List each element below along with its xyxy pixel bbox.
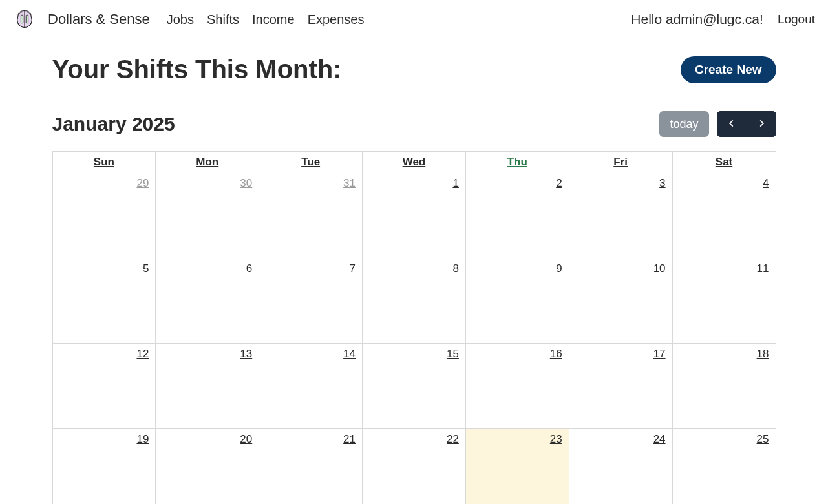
- calendar-day-cell[interactable]: 10: [569, 258, 672, 344]
- calendar-day-cell[interactable]: 18: [672, 344, 776, 429]
- calendar-controls: today: [659, 111, 776, 137]
- calendar-header: January 2025 today: [52, 111, 776, 137]
- chevron-right-icon: [757, 119, 766, 130]
- navbar: Dollars & Sense Jobs Shifts Income Expen…: [0, 0, 828, 39]
- day-number[interactable]: 16: [550, 348, 562, 360]
- calendar-week-row: 12131415161718: [52, 344, 776, 429]
- calendar-day-cell[interactable]: 15: [363, 344, 466, 429]
- brand-logo-icon[interactable]: [13, 8, 36, 31]
- calendar-body: 2930311234567891011121314151617181920212…: [52, 173, 776, 505]
- calendar-day-cell[interactable]: 2: [465, 173, 569, 258]
- calendar-day-cell[interactable]: 24: [569, 429, 672, 505]
- nav-links: Jobs Shifts Income Expenses: [167, 12, 365, 27]
- brand-name[interactable]: Dollars & Sense: [48, 11, 150, 28]
- day-number[interactable]: 14: [343, 348, 356, 360]
- calendar-week-row: 19202122232425: [52, 429, 776, 505]
- next-month-button[interactable]: [747, 111, 776, 137]
- day-number[interactable]: 31: [343, 177, 356, 189]
- chevron-left-icon: [727, 119, 736, 130]
- day-number[interactable]: 30: [240, 177, 252, 189]
- day-header-mon[interactable]: Mon: [156, 152, 259, 173]
- calendar-day-cell[interactable]: 6: [156, 258, 259, 344]
- svg-rect-1: [26, 15, 28, 23]
- day-number[interactable]: 21: [343, 433, 356, 445]
- day-header-sat[interactable]: Sat: [672, 152, 776, 173]
- day-number[interactable]: 2: [556, 177, 562, 189]
- calendar-day-cell[interactable]: 12: [52, 344, 156, 429]
- day-header-fri[interactable]: Fri: [569, 152, 672, 173]
- month-nav-group: [717, 111, 776, 137]
- day-number[interactable]: 18: [757, 348, 769, 360]
- day-header-sun[interactable]: Sun: [52, 152, 156, 173]
- calendar-day-cell[interactable]: 14: [259, 344, 363, 429]
- calendar-day-cell[interactable]: 23: [465, 429, 569, 505]
- day-number[interactable]: 6: [246, 262, 252, 275]
- main-container: Your Shifts This Month: Create New Janua…: [52, 39, 776, 504]
- day-number[interactable]: 10: [653, 262, 666, 275]
- calendar-day-cell[interactable]: 30: [156, 173, 259, 258]
- svg-rect-0: [21, 15, 23, 23]
- calendar-day-cell[interactable]: 3: [569, 173, 672, 258]
- day-number[interactable]: 3: [659, 177, 665, 189]
- day-number[interactable]: 7: [350, 262, 356, 275]
- day-header-thu[interactable]: Thu: [465, 152, 569, 173]
- calendar-day-cell[interactable]: 5: [52, 258, 156, 344]
- greeting-text: Hello admin@lugc.ca!: [631, 12, 763, 27]
- day-number[interactable]: 22: [447, 433, 459, 445]
- create-new-button[interactable]: Create New: [681, 56, 776, 83]
- day-number[interactable]: 19: [136, 433, 149, 445]
- day-header-tue[interactable]: Tue: [259, 152, 363, 173]
- day-number[interactable]: 17: [653, 348, 666, 360]
- day-number[interactable]: 24: [653, 433, 666, 445]
- day-number[interactable]: 1: [452, 177, 458, 189]
- day-number[interactable]: 20: [240, 433, 252, 445]
- calendar-day-cell[interactable]: 25: [672, 429, 776, 505]
- calendar-day-cell[interactable]: 22: [363, 429, 466, 505]
- calendar-day-cell[interactable]: 20: [156, 429, 259, 505]
- calendar-day-cell[interactable]: 19: [52, 429, 156, 505]
- day-number[interactable]: 4: [763, 177, 769, 189]
- calendar-day-cell[interactable]: 31: [259, 173, 363, 258]
- nav-right: Hello admin@lugc.ca! Logout: [631, 12, 815, 27]
- day-number[interactable]: 9: [556, 262, 562, 275]
- prev-month-button[interactable]: [717, 111, 747, 137]
- page-title: Your Shifts This Month:: [52, 55, 342, 84]
- calendar-day-cell[interactable]: 1: [363, 173, 466, 258]
- nav-income[interactable]: Income: [252, 12, 295, 27]
- month-label: January 2025: [52, 113, 175, 135]
- logout-link[interactable]: Logout: [778, 12, 815, 26]
- day-number[interactable]: 5: [143, 262, 149, 275]
- calendar-head: SunMonTueWedThuFriSat: [52, 152, 776, 173]
- today-button[interactable]: today: [659, 111, 708, 137]
- day-number[interactable]: 13: [240, 348, 252, 360]
- day-number[interactable]: 29: [136, 177, 149, 189]
- page-header: Your Shifts This Month: Create New: [52, 55, 776, 84]
- day-number[interactable]: 8: [452, 262, 458, 275]
- day-number[interactable]: 11: [757, 262, 769, 275]
- calendar-day-cell[interactable]: 11: [672, 258, 776, 344]
- calendar-day-cell[interactable]: 16: [465, 344, 569, 429]
- day-number[interactable]: 12: [136, 348, 149, 360]
- calendar-day-cell[interactable]: 8: [363, 258, 466, 344]
- calendar-day-cell[interactable]: 13: [156, 344, 259, 429]
- day-number[interactable]: 25: [757, 433, 769, 445]
- day-header-wed[interactable]: Wed: [363, 152, 466, 173]
- calendar-day-cell[interactable]: 7: [259, 258, 363, 344]
- day-number[interactable]: 23: [550, 433, 562, 445]
- calendar-day-cell[interactable]: 17: [569, 344, 672, 429]
- nav-jobs[interactable]: Jobs: [167, 12, 194, 27]
- nav-expenses[interactable]: Expenses: [308, 12, 365, 27]
- calendar-week-row: 567891011: [52, 258, 776, 344]
- calendar-day-cell[interactable]: 9: [465, 258, 569, 344]
- calendar-grid: SunMonTueWedThuFriSat 293031123456789101…: [52, 151, 776, 504]
- calendar-week-row: 2930311234: [52, 173, 776, 258]
- day-number[interactable]: 15: [447, 348, 459, 360]
- nav-shifts[interactable]: Shifts: [207, 12, 239, 27]
- calendar-day-cell[interactable]: 4: [672, 173, 776, 258]
- calendar-day-cell[interactable]: 21: [259, 429, 363, 505]
- calendar-day-cell[interactable]: 29: [52, 173, 156, 258]
